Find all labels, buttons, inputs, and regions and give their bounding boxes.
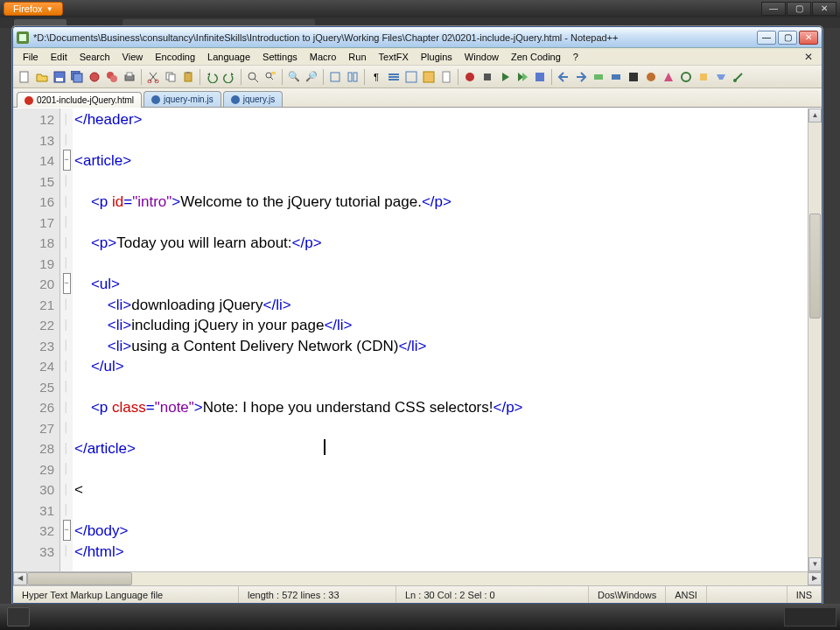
browser-close-button[interactable]: ✕ — [812, 2, 836, 16]
npp-maximize-button[interactable]: ▢ — [778, 31, 797, 45]
redo-icon[interactable] — [221, 69, 237, 85]
menu-edit[interactable]: Edit — [45, 50, 74, 64]
svg-point-5 — [90, 73, 99, 81]
undo-icon[interactable] — [204, 69, 220, 85]
tb-extra-6-icon[interactable] — [643, 69, 659, 85]
firefox-menu-button[interactable]: Firefox ▼ — [4, 2, 63, 16]
taskbar-item[interactable] — [7, 607, 30, 626]
document-tabs: 0201-include-jQuery.html jquery-min.js j… — [13, 88, 822, 108]
scroll-left-icon[interactable]: ◀ — [13, 572, 27, 585]
doc-map-icon[interactable] — [438, 69, 454, 85]
menu-search[interactable]: Search — [74, 50, 116, 64]
firefox-label: Firefox — [13, 4, 43, 14]
statusbar: Hyper Text Markup Language file length :… — [13, 585, 822, 603]
npp-titlebar[interactable]: *D:\Documents\Business\consultancy\Infin… — [13, 27, 822, 48]
save-icon[interactable] — [52, 69, 67, 85]
svg-rect-15 — [186, 72, 190, 74]
tb-extra-8-icon[interactable] — [678, 69, 694, 85]
menu-settings[interactable]: Settings — [256, 50, 304, 64]
tb-extra-4-icon[interactable] — [608, 69, 624, 85]
menu-run[interactable]: Run — [342, 50, 372, 64]
copy-icon[interactable] — [163, 69, 178, 85]
tb-extra-5-icon[interactable] — [626, 69, 641, 85]
menu-view[interactable]: View — [116, 50, 150, 64]
tab-0201-include-jquery[interactable]: 0201-include-jQuery.html — [17, 92, 142, 108]
scroll-down-icon[interactable]: ▼ — [808, 557, 822, 571]
doc-close-x[interactable]: ✕ — [799, 51, 818, 63]
menu-macro[interactable]: Macro — [304, 50, 343, 64]
indent-guide-icon[interactable] — [403, 69, 419, 85]
saved-dot-icon — [151, 95, 160, 104]
tab-label: jquery.js — [243, 94, 276, 104]
menu-file[interactable]: File — [17, 50, 45, 64]
vertical-scrollbar[interactable]: ▲ ▼ — [808, 108, 822, 571]
close-all-icon[interactable] — [104, 69, 120, 85]
print-icon[interactable] — [122, 69, 137, 85]
hscroll-thumb[interactable] — [27, 572, 132, 585]
fold-column: ││−│││││−│││││││││││−│ — [60, 108, 73, 571]
paste-icon[interactable] — [180, 69, 196, 85]
svg-rect-0 — [20, 72, 28, 82]
browser-minimize-button[interactable]: — — [761, 2, 786, 16]
find-icon[interactable] — [245, 69, 261, 85]
tab-jquery-min[interactable]: jquery-min.js — [144, 91, 221, 107]
tb-extra-7-icon[interactable] — [661, 69, 676, 85]
svg-rect-22 — [388, 74, 399, 75]
tb-extra-1-icon[interactable] — [556, 69, 571, 85]
unsaved-dot-icon — [24, 96, 33, 105]
svg-rect-19 — [331, 73, 340, 81]
menu-zencoding[interactable]: Zen Coding — [505, 50, 567, 64]
browser-window-controls: — ▢ ✕ — [761, 2, 836, 16]
user-lang-icon[interactable] — [421, 69, 437, 85]
svg-rect-25 — [406, 72, 416, 82]
menu-window[interactable]: Window — [458, 50, 505, 64]
zoom-out-icon[interactable]: 🔎 — [304, 69, 319, 85]
menu-plugins[interactable]: Plugins — [415, 50, 458, 64]
svg-rect-29 — [484, 74, 491, 80]
stop-macro-icon[interactable] — [480, 69, 495, 85]
replace-icon[interactable] — [262, 69, 278, 85]
new-file-icon[interactable] — [17, 69, 32, 85]
tb-extra-11-icon[interactable] — [731, 69, 746, 85]
close-file-icon[interactable] — [87, 69, 102, 85]
tb-extra-2-icon[interactable] — [573, 69, 589, 85]
menu-textfx[interactable]: TextFX — [373, 50, 415, 64]
npp-close-button[interactable]: ✕ — [799, 31, 818, 45]
play-macro-icon[interactable] — [497, 69, 513, 85]
system-tray[interactable] — [784, 607, 836, 626]
svg-rect-13 — [169, 74, 175, 81]
code-editor[interactable]: </header><article> <p id="intro">Welcome… — [73, 108, 808, 571]
horizontal-scrollbar[interactable]: ◀ ▶ — [13, 571, 822, 585]
svg-point-34 — [647, 73, 655, 81]
status-insert-mode[interactable]: INS — [788, 586, 822, 603]
tb-extra-10-icon[interactable] — [713, 69, 729, 85]
wrap-icon[interactable]: ¶ — [368, 69, 384, 85]
tb-extra-9-icon[interactable] — [696, 69, 711, 85]
svg-point-7 — [110, 75, 117, 82]
menu-help[interactable]: ? — [567, 50, 584, 64]
menu-encoding[interactable]: Encoding — [149, 50, 201, 64]
status-eol: Dos\Windows — [589, 586, 666, 603]
cut-icon[interactable] — [145, 69, 161, 85]
zoom-in-icon[interactable]: 🔍 — [286, 69, 302, 85]
open-file-icon[interactable] — [34, 69, 50, 85]
status-encoding: ANSI — [666, 586, 707, 603]
line-number-gutter: 1213141516171819202122232425262728293031… — [13, 108, 60, 571]
save-all-icon[interactable] — [69, 69, 85, 85]
scroll-right-icon[interactable]: ▶ — [808, 572, 822, 585]
sync-v-icon[interactable] — [327, 69, 343, 85]
scroll-up-icon[interactable]: ▲ — [808, 108, 822, 122]
menu-language[interactable]: Language — [201, 50, 256, 64]
tab-jquery[interactable]: jquery.js — [223, 91, 284, 107]
svg-rect-33 — [629, 73, 638, 81]
save-macro-icon[interactable] — [532, 69, 548, 85]
play-multi-icon[interactable] — [514, 69, 530, 85]
scroll-thumb[interactable] — [809, 214, 821, 318]
record-macro-icon[interactable] — [462, 69, 478, 85]
show-all-icon[interactable] — [386, 69, 402, 85]
browser-maximize-button[interactable]: ▢ — [787, 2, 811, 16]
npp-minimize-button[interactable]: — — [757, 31, 776, 45]
tb-extra-3-icon[interactable] — [591, 69, 606, 85]
sync-h-icon[interactable] — [345, 69, 360, 85]
svg-rect-36 — [700, 74, 707, 80]
